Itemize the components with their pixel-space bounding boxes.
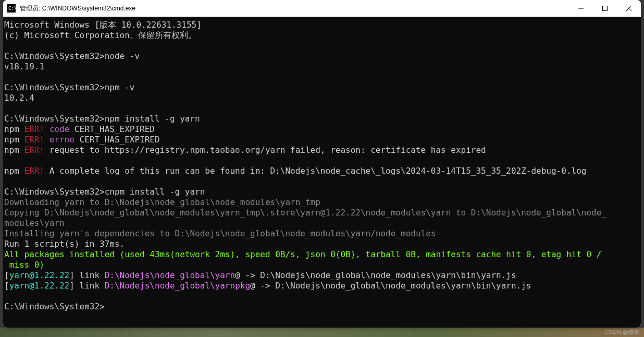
titlebar[interactable]: C:\ 管理员: C:\WINDOWS\system32\cmd.exe <box>3 0 641 17</box>
terminal-line <box>4 103 641 114</box>
terminal-line <box>4 41 641 51</box>
terminal-line: npm ERR! errno CERT_HAS_EXPIRED <box>4 135 641 145</box>
terminal-line: npm ERR! A complete log of this run can … <box>4 166 641 176</box>
terminal-line <box>4 72 641 82</box>
terminal-line: [yarn@1.22.22] link D:\Nodejs\node_globa… <box>4 281 641 291</box>
terminal-line: Microsoft Windows [版本 10.0.22631.3155] <box>4 20 641 30</box>
terminal-line: Copying D:\Nodejs\node_global\node_modul… <box>4 208 641 218</box>
maximize-button[interactable] <box>593 0 617 17</box>
terminal-line: C:\Windows\System32>node -v <box>4 51 641 62</box>
terminal-line: C:\Windows\System32>cnpm install -g yarn <box>4 187 641 197</box>
background-strip <box>0 328 644 337</box>
terminal-line: miss 0) <box>4 260 641 270</box>
terminal-line: Run 1 script(s) in 37ms. <box>4 239 641 249</box>
minimize-button[interactable] <box>569 0 593 17</box>
terminal-line: npm ERR! request to https://registry.npm… <box>4 145 641 155</box>
terminal-line: npm ERR! code CERT_HAS_EXPIRED <box>4 124 641 135</box>
terminal-line: modules\yarn <box>4 218 641 228</box>
terminal-line: C:\Windows\System32> <box>4 302 641 312</box>
window-controls <box>569 0 641 17</box>
terminal-line: Installing yarn's dependencies to D:\Nod… <box>4 228 641 239</box>
cmd-window: C:\ 管理员: C:\WINDOWS\system32\cmd.exe Mic… <box>3 0 641 328</box>
window-title: 管理员: C:\WINDOWS\system32\cmd.exe <box>20 4 569 13</box>
terminal-line <box>4 155 641 166</box>
terminal-line: 10.2.4 <box>4 93 641 103</box>
watermark: CSDN @爐歌 <box>605 328 640 336</box>
cmd-icon: C:\ <box>7 4 16 13</box>
terminal-line: v18.19.1 <box>4 62 641 72</box>
terminal-line: (c) Microsoft Corporation。保留所有权利。 <box>4 30 641 41</box>
terminal-line: [yarn@1.22.22] link D:\Nodejs\node_globa… <box>4 270 641 281</box>
svg-text:C:\: C:\ <box>8 6 16 11</box>
terminal-line: All packages installed (used 43ms(networ… <box>4 249 641 260</box>
terminal-line: C:\Windows\System32>npm -v <box>4 82 641 93</box>
close-button[interactable] <box>617 0 641 17</box>
terminal-line <box>4 291 641 302</box>
terminal-line: Downloading yarn to D:\Nodejs\node_globa… <box>4 197 641 208</box>
terminal-line <box>4 176 641 187</box>
terminal-output[interactable]: Microsoft Windows [版本 10.0.22631.3155](c… <box>3 17 641 328</box>
terminal-line: C:\Windows\System32>npm install -g yarn <box>4 114 641 124</box>
svg-rect-3 <box>603 6 608 11</box>
